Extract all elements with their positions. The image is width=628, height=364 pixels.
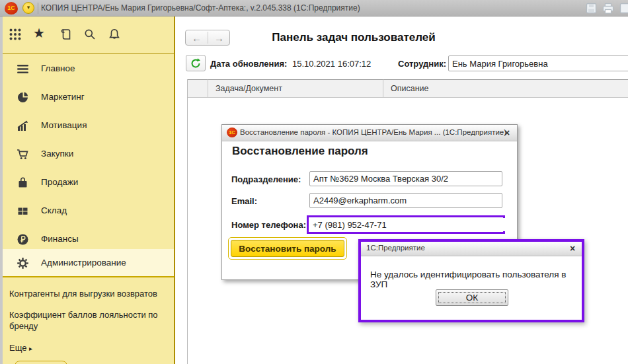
sidebar-item-prodazhi[interactable]: Продажи	[3, 168, 174, 197]
window-titlebar: 1С ▾ КОПИЯ ЦЕНТРА/Ень Мария Григорьевна/…	[0, 0, 628, 17]
update-date-value: 15.10.2021 16:07:12	[292, 59, 371, 69]
sidebar-item-administrirovanie[interactable]: Администрирование	[3, 249, 174, 277]
dialog-window-title: Восстановление пароля - КОПИЯ ЦЕНТРА/Ень…	[240, 128, 506, 136]
main-menu-dropdown-button[interactable]: ▾	[22, 2, 34, 14]
restore-password-button[interactable]: Восстановить пароль	[231, 240, 344, 257]
save-icon[interactable]	[586, 3, 597, 14]
forward-arrow-button[interactable]: →	[208, 31, 230, 45]
app-window: 1С ▾ КОПИЯ ЦЕНТРА/Ень Мария Григорьевна/…	[0, 0, 628, 364]
notifications-bell-icon[interactable]	[108, 28, 121, 41]
preview-icon[interactable]	[619, 3, 628, 14]
dialog-1c-icon: 1С	[227, 127, 237, 137]
sidebar-item-label: Мотивация	[41, 120, 87, 130]
sidebar-toolbar-divider	[3, 53, 174, 54]
error-message: Не удалось идентифицировать пользователя…	[370, 270, 576, 289]
ok-focus-outline	[438, 292, 506, 303]
employee-label: Сотрудник:	[398, 59, 446, 69]
department-input[interactable]	[309, 171, 502, 186]
sidebar-item-label: Главное	[41, 63, 75, 73]
ruble-icon	[17, 233, 29, 246]
window-title: КОПИЯ ЦЕНТРА/Ень Мария Григорьевна/Софт-…	[41, 3, 360, 13]
cart-icon	[17, 148, 29, 161]
table-left-border	[187, 79, 188, 364]
close-icon[interactable]: ×	[501, 127, 513, 139]
sidebar-item-glavnoe[interactable]: Главное	[3, 55, 174, 83]
warehouse-icon	[17, 205, 29, 217]
menu-icon	[17, 63, 29, 75]
favorites-star-icon[interactable]: ★	[33, 25, 45, 41]
titlebar-separator	[38, 3, 38, 14]
email-label: Email:	[231, 196, 257, 206]
gear-icon	[17, 257, 29, 270]
sidebar-item-motivaciya[interactable]: Мотивация	[3, 112, 174, 140]
chevron-right-icon: ▸	[29, 345, 32, 352]
sidebar-item-label: Продажи	[41, 177, 78, 187]
apps-grid-icon[interactable]	[9, 28, 22, 41]
sidebar-item-zakupki[interactable]: Закупки	[3, 140, 174, 168]
refresh-button[interactable]	[186, 55, 206, 71]
error-dialog-titlebar[interactable]: 1С:Предприятие ×	[361, 242, 582, 256]
dialog-heading: Восстановление пароля	[232, 145, 368, 158]
sidebar-item-label: Маркетинг	[41, 92, 85, 102]
page-title: Панель задач пользователей	[235, 31, 473, 44]
phone-highlight-box	[307, 215, 505, 234]
error-dialog: 1С:Предприятие × Не удалось идентифициро…	[358, 239, 584, 322]
department-label: Подразделение:	[231, 174, 301, 184]
sidebar-item-sklad[interactable]: Склад	[3, 197, 174, 225]
phone-label: Номер телефона:	[231, 220, 306, 230]
shopping-bag-icon	[17, 176, 29, 189]
error-dialog-title: 1С:Предприятие	[366, 244, 425, 252]
column-label: Описание	[383, 80, 628, 98]
history-nav-buttons: ← →	[185, 30, 230, 46]
back-arrow-button[interactable]: ←	[186, 31, 208, 45]
employee-input[interactable]	[448, 55, 628, 71]
print-icon[interactable]	[602, 3, 614, 14]
sidebar-item-label: Закупки	[41, 149, 73, 159]
sidebar-right-accent	[174, 17, 175, 364]
phone-input[interactable]	[309, 218, 509, 231]
email-input[interactable]	[309, 193, 502, 208]
sidebar-partial-button[interactable]	[15, 361, 67, 364]
ok-button[interactable]: ОК	[436, 289, 508, 306]
app-logo-1c-icon: 1С	[5, 2, 18, 15]
search-icon[interactable]	[83, 28, 97, 41]
history-scroll-icon[interactable]	[59, 28, 72, 41]
dialog-titlebar[interactable]: 1С Восстановление пароля - КОПИЯ ЦЕНТРА/…	[222, 125, 517, 141]
sidebar-item-label: Финансы	[41, 234, 79, 244]
table-header-description[interactable]: Описание	[383, 79, 628, 98]
more-label: Еще	[9, 343, 26, 353]
table-header-marker-column[interactable]	[187, 79, 208, 98]
growth-chart-icon	[17, 120, 29, 132]
sidebar-more-link[interactable]: Еще ▸	[9, 342, 168, 354]
sidebar-item-label: Склад	[41, 205, 67, 215]
sidebar-link-koefficient[interactable]: Коэффициент баллов лояльности по бренду	[9, 309, 168, 332]
pie-chart-icon	[17, 91, 29, 104]
sidebar-link-kontragenty[interactable]: Контрагенты для выгрузки возвратов	[9, 288, 168, 299]
table-header-task-document[interactable]: Задача/Документ	[208, 79, 383, 98]
close-icon[interactable]: ×	[567, 242, 578, 254]
sidebar-item-marketing[interactable]: Маркетинг	[3, 83, 174, 112]
update-date-label: Дата обновления:	[210, 59, 287, 69]
column-label: Задача/Документ	[208, 80, 383, 98]
sidebar-item-label: Администрирование	[41, 258, 126, 268]
